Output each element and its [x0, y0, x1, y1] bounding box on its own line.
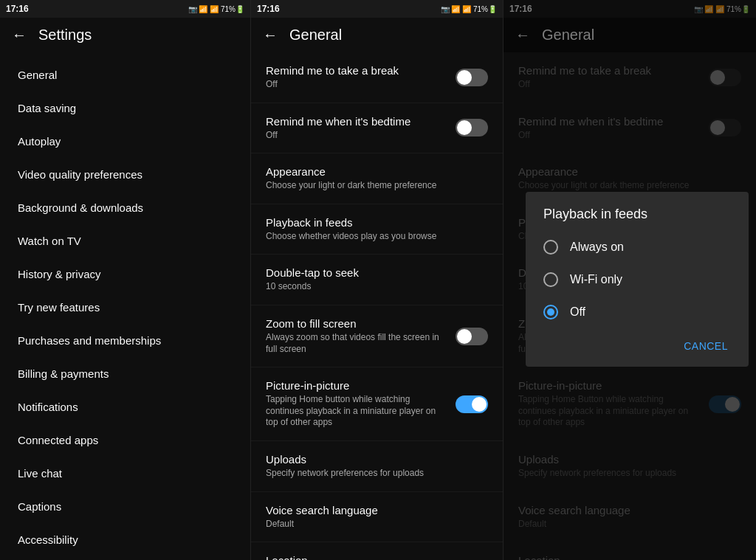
- sidebar-item-try-new-features[interactable]: Try new features: [0, 291, 250, 324]
- sidebar-item-purchases-and-memberships[interactable]: Purchases and memberships: [0, 324, 250, 357]
- settings-title: Settings: [38, 27, 92, 44]
- settings-header: ← Settings: [0, 18, 250, 52]
- sidebar-item-data-saving[interactable]: Data saving: [0, 91, 250, 125]
- sidebar-item-billing-payments[interactable]: Billing & payments: [0, 357, 250, 390]
- dialog-option-1[interactable]: Wi-Fi only: [526, 263, 749, 296]
- dialog-title: Playback in feeds: [526, 192, 749, 231]
- dialog-options: Always onWi-Fi onlyOff: [526, 231, 749, 328]
- dialog-actions: CANCEL: [526, 328, 749, 367]
- setting-subtitle: Choose your light or dark theme preferen…: [266, 180, 479, 192]
- settings-menu-list: GeneralData savingAutoplayVideo quality …: [0, 52, 250, 560]
- setting-subtitle: Specify network preferences for uploads: [266, 468, 479, 480]
- general-header-middle: ← General: [251, 18, 503, 52]
- toggle-switch[interactable]: [456, 395, 488, 413]
- setting-text: Voice search languageDefault: [266, 504, 488, 530]
- setting-item-middle-5[interactable]: Zoom to fill screenAlways zoom so that v…: [251, 305, 503, 367]
- setting-title: Playback in feeds: [266, 216, 479, 229]
- setting-title: Picture-in-picture: [266, 379, 447, 392]
- setting-text: LocationUnited States: [266, 554, 488, 560]
- status-icons-middle: 📷 📶 📶 71%🔋: [441, 5, 497, 13]
- back-button-middle[interactable]: ←: [263, 27, 278, 44]
- sidebar-item-history-privacy[interactable]: History & privacy: [0, 257, 250, 291]
- setting-subtitle: Default: [266, 519, 479, 530]
- sidebar-item-accessibility[interactable]: Accessibility: [0, 523, 250, 556]
- back-button-left[interactable]: ←: [12, 27, 27, 44]
- setting-text: Remind me when it's bedtimeOff: [266, 115, 456, 142]
- sidebar-item-watch-on-tv[interactable]: Watch on TV: [0, 224, 250, 257]
- dialog-option-2[interactable]: Off: [526, 296, 749, 328]
- setting-text: UploadsSpecify network preferences for u…: [266, 453, 488, 480]
- dialog-option-label: Always on: [570, 241, 624, 254]
- dialog-option-0[interactable]: Always on: [526, 231, 749, 263]
- setting-text: Double-tap to seek10 seconds: [266, 266, 488, 293]
- dialog-option-label: Wi-Fi only: [570, 273, 622, 286]
- setting-text: AppearanceChoose your light or dark them…: [266, 165, 488, 192]
- radio-inner: [547, 308, 554, 316]
- setting-title: Voice search language: [266, 504, 479, 516]
- radio-button[interactable]: [543, 272, 558, 287]
- status-bar-left: 17:16 📷 📶 📶 71%🔋: [0, 0, 250, 18]
- setting-item-middle-9[interactable]: LocationUnited States: [251, 542, 503, 560]
- sidebar-item-live-chat[interactable]: Live chat: [0, 457, 250, 490]
- setting-subtitle: Off: [266, 130, 447, 142]
- setting-subtitle: Tapping Home button while watching conti…: [266, 394, 447, 429]
- setting-title: Double-tap to seek: [266, 266, 479, 279]
- settings-panel: 17:16 📷 📶 📶 71%🔋 ← Settings GeneralData …: [0, 0, 251, 560]
- setting-item-middle-4[interactable]: Double-tap to seek10 seconds: [251, 255, 503, 305]
- sidebar-item-video-quality-preferences[interactable]: Video quality preferences: [0, 158, 250, 191]
- sidebar-item-autoplay[interactable]: Autoplay: [0, 125, 250, 158]
- radio-button[interactable]: [543, 305, 558, 319]
- general-title-middle: General: [289, 27, 342, 44]
- sidebar-item-general[interactable]: General: [0, 58, 250, 91]
- sidebar-item-connected-apps[interactable]: Connected apps: [0, 424, 250, 457]
- setting-title: Uploads: [266, 453, 479, 466]
- setting-text: Remind me to take a breakOff: [266, 64, 456, 91]
- setting-title: Remind me when it's bedtime: [266, 115, 447, 128]
- status-icons-left: 📷 📶 📶 71%🔋: [188, 5, 244, 13]
- dialog-cancel-button[interactable]: CANCEL: [675, 334, 737, 358]
- setting-item-middle-6[interactable]: Picture-in-pictureTapping Home button wh…: [251, 367, 503, 441]
- setting-subtitle: Off: [266, 79, 447, 91]
- setting-title: Remind me to take a break: [266, 64, 447, 77]
- general-settings-list-middle: Remind me to take a breakOffRemind me wh…: [251, 52, 503, 560]
- setting-item-middle-8[interactable]: Voice search languageDefault: [251, 492, 503, 543]
- setting-item-middle-3[interactable]: Playback in feedsChoose whether videos p…: [251, 204, 503, 255]
- status-bar-middle: 17:16 📷 📶 📶 71%🔋: [251, 0, 503, 18]
- setting-item-middle-1[interactable]: Remind me when it's bedtimeOff: [251, 103, 503, 154]
- dialog-option-label: Off: [570, 305, 585, 319]
- setting-title: Location: [266, 554, 479, 560]
- sidebar-item-captions[interactable]: Captions: [0, 490, 250, 523]
- setting-text: Playback in feedsChoose whether videos p…: [266, 216, 488, 243]
- toggle-switch[interactable]: [456, 328, 488, 345]
- radio-button[interactable]: [543, 240, 558, 255]
- toggle-switch[interactable]: [456, 119, 488, 136]
- sidebar-item-notifications[interactable]: Notifications: [0, 390, 250, 424]
- setting-item-middle-2[interactable]: AppearanceChoose your light or dark them…: [251, 153, 503, 204]
- setting-title: Zoom to fill screen: [266, 317, 447, 330]
- setting-text: Zoom to fill screenAlways zoom so that v…: [266, 317, 456, 355]
- setting-title: Appearance: [266, 165, 479, 178]
- setting-item-middle-7[interactable]: UploadsSpecify network preferences for u…: [251, 441, 503, 492]
- general-panel-right: 17:16 📷 📶 📶 71%🔋 ← General Remind me to …: [504, 0, 756, 560]
- setting-subtitle: Always zoom so that videos fill the scre…: [266, 332, 447, 355]
- general-panel-middle: 17:16 📷 📶 📶 71%🔋 ← General Remind me to …: [251, 0, 504, 560]
- setting-item-middle-0[interactable]: Remind me to take a breakOff: [251, 52, 503, 103]
- time-left: 17:16: [6, 4, 29, 14]
- toggle-switch[interactable]: [456, 69, 488, 86]
- sidebar-item-background-downloads[interactable]: Background & downloads: [0, 191, 250, 224]
- setting-subtitle: 10 seconds: [266, 281, 479, 293]
- setting-text: Picture-in-pictureTapping Home button wh…: [266, 379, 456, 429]
- setting-subtitle: Choose whether videos play as you browse: [266, 231, 479, 243]
- playback-feeds-dialog: Playback in feeds Always onWi-Fi onlyOff…: [526, 192, 749, 367]
- time-middle: 17:16: [257, 4, 280, 14]
